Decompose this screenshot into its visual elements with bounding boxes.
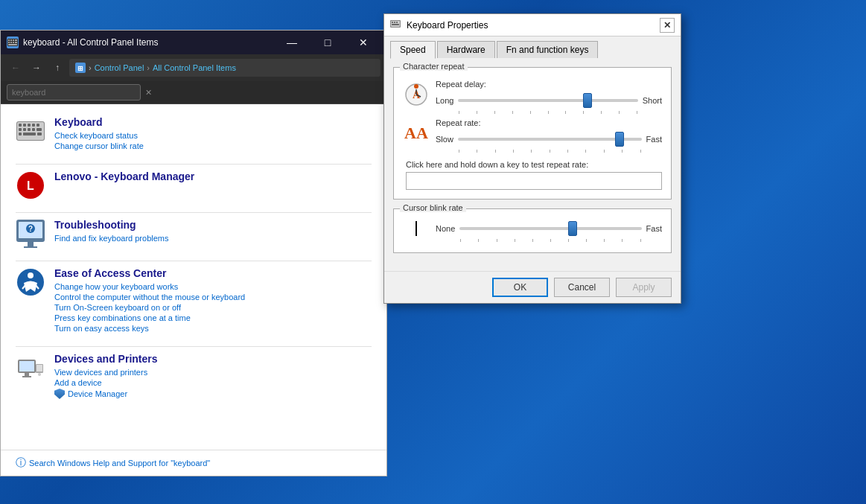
repeat-delay-slider-container: Repeat delay: Long — [436, 80, 662, 109]
svg-rect-18 — [36, 124, 39, 127]
repeat-rate-slider[interactable] — [458, 130, 642, 148]
ease-link-4[interactable]: Press key combinations one at a time — [54, 313, 245, 322]
cursor-blink-group: Cursor blink rate None — [393, 208, 672, 253]
cancel-button[interactable]: Cancel — [554, 278, 610, 297]
ease-section-title: Ease of Access Center — [54, 267, 245, 279]
add-device-link[interactable]: Add a device — [54, 378, 158, 387]
svg-rect-16 — [28, 124, 31, 127]
up-button[interactable]: ↑ — [48, 59, 66, 77]
cp-toolbar: ← → ↑ ⊞ › Control Panel › All Control Pa… — [1, 54, 386, 81]
dialog-close-button[interactable]: ✕ — [660, 18, 675, 33]
rate-left-label: Slow — [436, 135, 453, 144]
svg-rect-33 — [24, 246, 37, 248]
svg-rect-4 — [15, 39, 17, 41]
ease-section-content: Ease of Access Center Change how your ke… — [54, 267, 245, 334]
svg-rect-24 — [19, 133, 22, 135]
devices-section: Devices and Printers View devices and pr… — [16, 353, 372, 401]
help-icon: ⓘ — [16, 456, 26, 470]
ease-link-5[interactable]: Turn on easy access keys — [54, 324, 245, 333]
close-button[interactable]: ✕ — [346, 31, 381, 54]
svg-rect-7 — [13, 42, 14, 43]
breadcrumb-all-items: All Control Panel Items — [153, 63, 236, 72]
svg-rect-43 — [22, 376, 31, 377]
cursor-blink-slider-container: None — [436, 220, 662, 237]
ease-link-2[interactable]: Control the computer without the mouse o… — [54, 293, 245, 302]
breadcrumb: ⊞ › Control Panel › All Control Panel It… — [69, 59, 381, 77]
dialog-titlebar: Keyboard Properties ✕ — [384, 14, 681, 36]
cp-content: Keyboard Check keyboard status Change cu… — [1, 104, 386, 450]
delay-left-label: Long — [436, 96, 453, 105]
svg-rect-49 — [392, 22, 393, 23]
svg-point-46 — [38, 373, 41, 376]
tab-speed[interactable]: Speed — [390, 41, 436, 59]
svg-rect-14 — [19, 124, 22, 127]
dialog-title-icon — [390, 19, 401, 31]
help-link[interactable]: ⓘ Search Windows Help and Support for "k… — [16, 456, 372, 470]
blink-right-label: Fast — [646, 224, 662, 233]
ease-link-3[interactable]: Turn On-Screen keyboard on or off — [54, 303, 245, 312]
view-devices-link[interactable]: View devices and printers — [54, 368, 158, 377]
svg-rect-26 — [23, 133, 36, 135]
fix-keyboard-link[interactable]: Find and fix keyboard problems — [54, 234, 168, 243]
lenovo-section-title: Lenovo - Keyboard Manager — [54, 170, 194, 182]
repeat-delay-track-row: Long — [436, 92, 662, 109]
cp-titlebar: keyboard - All Control Panel Items — □ ✕ — [1, 31, 386, 54]
tab-fn-keys[interactable]: Fn and function keys — [497, 41, 599, 58]
svg-text:?: ? — [28, 225, 33, 233]
ease-icon — [16, 267, 45, 297]
keyboard-icon — [16, 116, 45, 146]
back-button[interactable]: ← — [7, 59, 25, 77]
tab-hardware[interactable]: Hardware — [437, 41, 495, 58]
troubleshooting-icon: ? — [16, 219, 45, 249]
svg-rect-5 — [8, 42, 10, 43]
svg-rect-1 — [8, 39, 10, 41]
repeat-rate-slider-container: Repeat rate: Slow — [436, 118, 662, 148]
search-close-icon[interactable]: ✕ — [145, 88, 152, 98]
devices-icon — [16, 353, 45, 383]
ok-button[interactable]: OK — [492, 278, 548, 297]
svg-rect-15 — [23, 124, 26, 127]
keyboard-properties-dialog: Keyboard Properties ✕ Speed Hardware Fn … — [383, 13, 681, 304]
svg-rect-41 — [19, 361, 34, 371]
repeat-rate-thumb[interactable] — [615, 132, 624, 147]
test-repeat-input[interactable] — [406, 172, 662, 190]
cp-bottom: ⓘ Search Windows Help and Support for "k… — [1, 450, 386, 476]
repeat-rate-icon: AA — [403, 124, 430, 143]
minimize-button[interactable]: — — [275, 31, 309, 54]
shield-icon — [54, 389, 65, 399]
troubleshooting-section-content: Troubleshooting Find and fix keyboard pr… — [54, 219, 168, 244]
control-panel-window: keyboard - All Control Panel Items — □ ✕… — [0, 30, 387, 476]
svg-rect-50 — [394, 22, 395, 23]
dialog-tabs: Speed Hardware Fn and function keys — [384, 36, 681, 58]
svg-point-54 — [414, 84, 418, 89]
svg-rect-51 — [396, 22, 398, 23]
check-keyboard-link[interactable]: Check keyboard status — [54, 131, 144, 140]
svg-rect-32 — [28, 242, 34, 246]
change-cursor-link[interactable]: Change cursor blink rate — [54, 141, 144, 150]
lenovo-section-content: Lenovo - Keyboard Manager — [54, 170, 194, 185]
svg-rect-45 — [36, 365, 42, 371]
search-input[interactable] — [7, 84, 141, 101]
apply-button[interactable]: Apply — [616, 278, 672, 297]
ease-link-1[interactable]: Change how your keyboard works — [54, 282, 245, 291]
repeat-delay-slider[interactable] — [458, 92, 637, 109]
divider-2 — [16, 212, 372, 213]
lenovo-section: L Lenovo - Keyboard Manager — [16, 170, 372, 200]
repeat-delay-thumb[interactable] — [583, 93, 592, 108]
keyboard-section-content: Keyboard Check keyboard status Change cu… — [54, 116, 144, 152]
lenovo-icon: L — [16, 170, 45, 200]
forward-button[interactable]: → — [28, 59, 45, 77]
cursor-icon — [416, 221, 417, 236]
cursor-blink-slider[interactable] — [459, 220, 641, 237]
svg-rect-52 — [392, 24, 399, 25]
repeat-rate-label-text: Repeat rate: — [436, 118, 662, 127]
divider-4 — [16, 346, 372, 347]
device-manager-link[interactable]: Device Manager — [68, 389, 127, 398]
svg-text:L: L — [27, 179, 34, 192]
maximize-button[interactable]: □ — [311, 31, 345, 54]
repeat-delay-label-text: Repeat delay: — [436, 80, 662, 89]
repeat-rate-track-row: Slow — [436, 130, 662, 148]
svg-rect-6 — [10, 42, 12, 43]
cursor-blink-thumb[interactable] — [568, 221, 577, 236]
cursor-blink-row: None — [403, 220, 662, 237]
